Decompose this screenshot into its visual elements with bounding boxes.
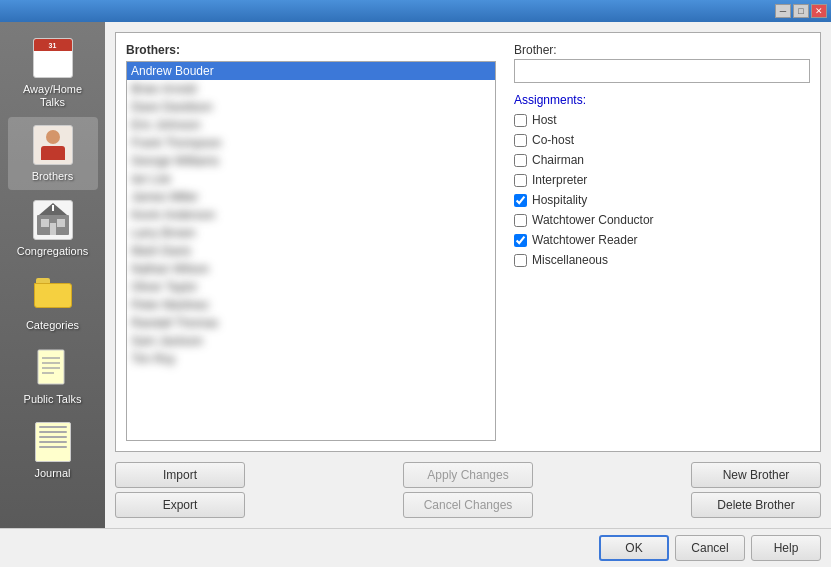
miscellaneous-checkbox[interactable]: [514, 254, 527, 267]
dialog-bottom: OK Cancel Help: [0, 528, 831, 567]
cohost-checkbox-row: Co-host: [514, 133, 810, 147]
list-item[interactable]: Andrew Bouder: [127, 62, 495, 80]
list-item[interactable]: Tim Roy: [127, 350, 495, 368]
list-item[interactable]: Larry Brown: [127, 224, 495, 242]
list-item[interactable]: Ian Lee: [127, 170, 495, 188]
svg-rect-6: [38, 350, 64, 384]
cancel-button[interactable]: Cancel: [675, 535, 745, 561]
sidebar: 31 Away/HomeTalks Brothers: [0, 22, 105, 528]
sidebar-label-congregations: Congregations: [17, 245, 89, 258]
folder-icon: [31, 272, 75, 316]
list-item[interactable]: Eric Johnson: [127, 116, 495, 134]
calendar-icon: 31: [31, 36, 75, 80]
hospitality-checkbox[interactable]: [514, 194, 527, 207]
help-button[interactable]: Help: [751, 535, 821, 561]
new-brother-button[interactable]: New Brother: [691, 462, 821, 488]
svg-rect-3: [57, 219, 65, 227]
list-item[interactable]: Randall Thomas: [127, 314, 495, 332]
miscellaneous-label: Miscellaneous: [532, 253, 608, 267]
watchtower-reader-label: Watchtower Reader: [532, 233, 638, 247]
person-icon: [31, 123, 75, 167]
watchtower-conductor-checkbox[interactable]: [514, 214, 527, 227]
sidebar-label-away-home-talks: Away/HomeTalks: [23, 83, 82, 109]
cancel-changes-button[interactable]: Cancel Changes: [403, 492, 533, 518]
chairman-checkbox-row: Chairman: [514, 153, 810, 167]
list-item[interactable]: George Williams: [127, 152, 495, 170]
list-item[interactable]: Dave Davidson: [127, 98, 495, 116]
maximize-button[interactable]: □: [793, 4, 809, 18]
interpreter-checkbox[interactable]: [514, 174, 527, 187]
list-item[interactable]: Kevin Anderson: [127, 206, 495, 224]
sidebar-label-public-talks: Public Talks: [24, 393, 82, 406]
right-panel: Brother: Assignments: Host Co-host Chair…: [506, 43, 810, 441]
list-item[interactable]: Sam Jackson: [127, 332, 495, 350]
apply-changes-button[interactable]: Apply Changes: [403, 462, 533, 488]
content-area: Brothers: Andrew Bouder Brian Arnold Dav…: [105, 22, 831, 528]
import-button[interactable]: Import: [115, 462, 245, 488]
host-checkbox[interactable]: [514, 114, 527, 127]
list-item[interactable]: Frank Thompson: [127, 134, 495, 152]
host-checkbox-row: Host: [514, 113, 810, 127]
sidebar-item-brothers[interactable]: Brothers: [8, 117, 98, 189]
bottom-bar: Import Export Apply Changes Cancel Chang…: [115, 462, 821, 518]
chairman-label: Chairman: [532, 153, 584, 167]
window-controls: ─ □ ✕: [775, 4, 827, 18]
brothers-section: Brothers: Andrew Bouder Brian Arnold Dav…: [126, 43, 496, 441]
sidebar-item-away-home-talks[interactable]: 31 Away/HomeTalks: [8, 30, 98, 115]
journal-icon: [31, 420, 75, 464]
ok-button[interactable]: OK: [599, 535, 669, 561]
title-bar: ─ □ ✕: [0, 0, 831, 22]
interpreter-label: Interpreter: [532, 173, 587, 187]
congregation-icon: [31, 198, 75, 242]
list-item[interactable]: Mark Davis: [127, 242, 495, 260]
svg-rect-2: [41, 219, 49, 227]
brothers-section-label: Brothers:: [126, 43, 496, 57]
hospitality-checkbox-row: Hospitality: [514, 193, 810, 207]
interpreter-checkbox-row: Interpreter: [514, 173, 810, 187]
sidebar-item-categories[interactable]: Categories: [8, 266, 98, 338]
assignments-label: Assignments:: [514, 93, 810, 107]
list-item[interactable]: Oliver Taylor: [127, 278, 495, 296]
host-label: Host: [532, 113, 557, 127]
apply-cancel-group: Apply Changes Cancel Changes: [286, 462, 650, 518]
minimize-button[interactable]: ─: [775, 4, 791, 18]
brothers-list[interactable]: Andrew Bouder Brian Arnold Dave Davidson…: [126, 61, 496, 441]
brother-name-input[interactable]: [514, 59, 810, 83]
main-layout: 31 Away/HomeTalks Brothers: [0, 22, 831, 528]
sidebar-label-categories: Categories: [26, 319, 79, 332]
chairman-checkbox[interactable]: [514, 154, 527, 167]
miscellaneous-checkbox-row: Miscellaneous: [514, 253, 810, 267]
cohost-label: Co-host: [532, 133, 574, 147]
watchtower-conductor-checkbox-row: Watchtower Conductor: [514, 213, 810, 227]
svg-rect-4: [50, 223, 56, 235]
list-item[interactable]: James Miller: [127, 188, 495, 206]
delete-brother-button[interactable]: Delete Brother: [691, 492, 821, 518]
export-button[interactable]: Export: [115, 492, 245, 518]
list-item[interactable]: Brian Arnold: [127, 80, 495, 98]
cohost-checkbox[interactable]: [514, 134, 527, 147]
close-button[interactable]: ✕: [811, 4, 827, 18]
sidebar-item-journal[interactable]: Journal: [8, 414, 98, 486]
watchtower-reader-checkbox[interactable]: [514, 234, 527, 247]
top-panel: Brothers: Andrew Bouder Brian Arnold Dav…: [115, 32, 821, 452]
list-item[interactable]: Nathan Wilson: [127, 260, 495, 278]
doc-icon: [31, 346, 75, 390]
watchtower-reader-checkbox-row: Watchtower Reader: [514, 233, 810, 247]
new-delete-group: New Brother Delete Brother: [691, 462, 821, 518]
sidebar-label-brothers: Brothers: [32, 170, 74, 183]
sidebar-label-journal: Journal: [34, 467, 70, 480]
watchtower-conductor-label: Watchtower Conductor: [532, 213, 654, 227]
list-item[interactable]: Peter Martinez: [127, 296, 495, 314]
hospitality-label: Hospitality: [532, 193, 587, 207]
sidebar-item-public-talks[interactable]: Public Talks: [8, 340, 98, 412]
sidebar-item-congregations[interactable]: Congregations: [8, 192, 98, 264]
import-export-group: Import Export: [115, 462, 245, 518]
brother-field-label: Brother:: [514, 43, 810, 57]
